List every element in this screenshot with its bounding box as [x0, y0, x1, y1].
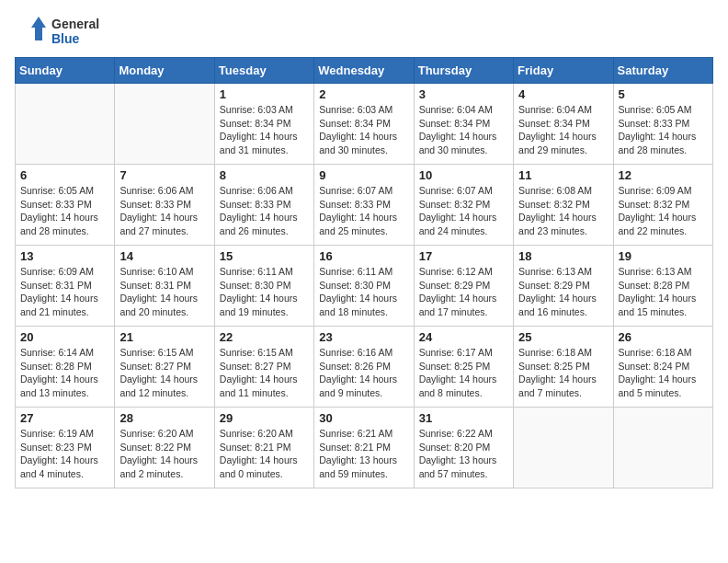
day-number: 15: [220, 249, 309, 263]
day-info: Sunrise: 6:15 AM Sunset: 8:27 PM Dayligh…: [220, 346, 309, 400]
day-info: Sunrise: 6:03 AM Sunset: 8:34 PM Dayligh…: [319, 103, 408, 157]
day-info: Sunrise: 6:11 AM Sunset: 8:30 PM Dayligh…: [220, 265, 309, 319]
day-info: Sunrise: 6:20 AM Sunset: 8:22 PM Dayligh…: [119, 427, 209, 481]
day-number: 24: [419, 330, 508, 344]
logo: General Blue: [15, 15, 99, 48]
day-info: Sunrise: 6:22 AM Sunset: 8:20 PM Dayligh…: [419, 427, 508, 481]
day-info: Sunrise: 6:21 AM Sunset: 8:21 PM Dayligh…: [319, 427, 408, 481]
weekday-header-row: SundayMondayTuesdayWednesdayThursdayFrid…: [16, 58, 713, 84]
day-number: 30: [319, 411, 408, 425]
calendar-week-row: 20Sunrise: 6:14 AM Sunset: 8:28 PM Dayli…: [16, 327, 713, 408]
calendar-cell: 9Sunrise: 6:07 AM Sunset: 8:33 PM Daylig…: [314, 165, 414, 246]
day-number: 22: [220, 330, 309, 344]
calendar-cell: 5Sunrise: 6:05 AM Sunset: 8:33 PM Daylig…: [613, 84, 712, 165]
day-info: Sunrise: 6:09 AM Sunset: 8:32 PM Dayligh…: [619, 184, 708, 238]
day-info: Sunrise: 6:07 AM Sunset: 8:33 PM Dayligh…: [319, 184, 408, 238]
calendar-cell: 16Sunrise: 6:11 AM Sunset: 8:30 PM Dayli…: [314, 246, 414, 327]
calendar-week-row: 13Sunrise: 6:09 AM Sunset: 8:31 PM Dayli…: [16, 246, 713, 327]
weekday-header: Thursday: [414, 58, 513, 84]
calendar-cell: 13Sunrise: 6:09 AM Sunset: 8:31 PM Dayli…: [16, 246, 115, 327]
calendar-cell: 8Sunrise: 6:06 AM Sunset: 8:33 PM Daylig…: [214, 165, 313, 246]
calendar-week-row: 27Sunrise: 6:19 AM Sunset: 8:23 PM Dayli…: [16, 408, 713, 488]
day-number: 4: [518, 87, 608, 101]
day-info: Sunrise: 6:06 AM Sunset: 8:33 PM Dayligh…: [119, 184, 209, 238]
calendar-cell: 14Sunrise: 6:10 AM Sunset: 8:31 PM Dayli…: [115, 246, 214, 327]
day-info: Sunrise: 6:10 AM Sunset: 8:31 PM Dayligh…: [119, 265, 209, 319]
calendar-cell: 4Sunrise: 6:04 AM Sunset: 8:34 PM Daylig…: [514, 84, 613, 165]
calendar-table: SundayMondayTuesdayWednesdayThursdayFrid…: [15, 57, 713, 488]
calendar-cell: 31Sunrise: 6:22 AM Sunset: 8:20 PM Dayli…: [414, 408, 513, 488]
weekday-header: Friday: [514, 58, 613, 84]
day-info: Sunrise: 6:13 AM Sunset: 8:28 PM Dayligh…: [619, 265, 708, 319]
day-info: Sunrise: 6:18 AM Sunset: 8:24 PM Dayligh…: [619, 346, 708, 400]
calendar-cell: 26Sunrise: 6:18 AM Sunset: 8:24 PM Dayli…: [613, 327, 712, 408]
weekday-header: Saturday: [613, 58, 712, 84]
calendar-cell: 12Sunrise: 6:09 AM Sunset: 8:32 PM Dayli…: [613, 165, 712, 246]
day-info: Sunrise: 6:11 AM Sunset: 8:30 PM Dayligh…: [319, 265, 408, 319]
page-header: General Blue: [15, 15, 713, 48]
day-info: Sunrise: 6:17 AM Sunset: 8:25 PM Dayligh…: [419, 346, 508, 400]
calendar-cell: 1Sunrise: 6:03 AM Sunset: 8:34 PM Daylig…: [214, 84, 313, 165]
day-info: Sunrise: 6:04 AM Sunset: 8:34 PM Dayligh…: [518, 103, 608, 157]
day-number: 3: [419, 87, 508, 101]
calendar-cell: 17Sunrise: 6:12 AM Sunset: 8:29 PM Dayli…: [414, 246, 513, 327]
day-number: 11: [518, 168, 608, 182]
day-info: Sunrise: 6:05 AM Sunset: 8:33 PM Dayligh…: [619, 103, 708, 157]
day-number: 16: [319, 249, 408, 263]
day-info: Sunrise: 6:05 AM Sunset: 8:33 PM Dayligh…: [20, 184, 109, 238]
day-number: 7: [119, 168, 209, 182]
calendar-cell: 6Sunrise: 6:05 AM Sunset: 8:33 PM Daylig…: [16, 165, 115, 246]
day-number: 2: [319, 87, 408, 101]
calendar-cell: 18Sunrise: 6:13 AM Sunset: 8:29 PM Dayli…: [514, 246, 613, 327]
day-info: Sunrise: 6:08 AM Sunset: 8:32 PM Dayligh…: [518, 184, 608, 238]
calendar-cell: 25Sunrise: 6:18 AM Sunset: 8:25 PM Dayli…: [514, 327, 613, 408]
calendar-cell: 20Sunrise: 6:14 AM Sunset: 8:28 PM Dayli…: [16, 327, 115, 408]
day-info: Sunrise: 6:18 AM Sunset: 8:25 PM Dayligh…: [518, 346, 608, 400]
calendar-cell: 23Sunrise: 6:16 AM Sunset: 8:26 PM Dayli…: [314, 327, 414, 408]
weekday-header: Tuesday: [214, 58, 313, 84]
calendar-cell: 19Sunrise: 6:13 AM Sunset: 8:28 PM Dayli…: [613, 246, 712, 327]
day-number: 29: [220, 411, 309, 425]
day-info: Sunrise: 6:15 AM Sunset: 8:27 PM Dayligh…: [119, 346, 209, 400]
day-info: Sunrise: 6:19 AM Sunset: 8:23 PM Dayligh…: [20, 427, 109, 481]
calendar-cell: [514, 408, 613, 488]
calendar-cell: [115, 84, 214, 165]
day-info: Sunrise: 6:12 AM Sunset: 8:29 PM Dayligh…: [419, 265, 508, 319]
calendar-cell: 30Sunrise: 6:21 AM Sunset: 8:21 PM Dayli…: [314, 408, 414, 488]
calendar-cell: 2Sunrise: 6:03 AM Sunset: 8:34 PM Daylig…: [314, 84, 414, 165]
day-number: 20: [20, 330, 109, 344]
day-number: 6: [20, 168, 109, 182]
day-number: 21: [119, 330, 209, 344]
day-number: 17: [419, 249, 508, 263]
calendar-cell: 11Sunrise: 6:08 AM Sunset: 8:32 PM Dayli…: [514, 165, 613, 246]
day-number: 25: [518, 330, 608, 344]
calendar-cell: 24Sunrise: 6:17 AM Sunset: 8:25 PM Dayli…: [414, 327, 513, 408]
day-number: 28: [119, 411, 209, 425]
day-number: 23: [319, 330, 408, 344]
day-number: 10: [419, 168, 508, 182]
calendar-week-row: 6Sunrise: 6:05 AM Sunset: 8:33 PM Daylig…: [16, 165, 713, 246]
day-info: Sunrise: 6:13 AM Sunset: 8:29 PM Dayligh…: [518, 265, 608, 319]
svg-marker-0: [31, 17, 46, 40]
weekday-header: Wednesday: [314, 58, 414, 84]
calendar-cell: 21Sunrise: 6:15 AM Sunset: 8:27 PM Dayli…: [115, 327, 214, 408]
day-info: Sunrise: 6:04 AM Sunset: 8:34 PM Dayligh…: [419, 103, 508, 157]
day-number: 31: [419, 411, 508, 425]
weekday-header: Sunday: [16, 58, 115, 84]
day-info: Sunrise: 6:07 AM Sunset: 8:32 PM Dayligh…: [419, 184, 508, 238]
calendar-cell: 15Sunrise: 6:11 AM Sunset: 8:30 PM Dayli…: [214, 246, 313, 327]
calendar-cell: 29Sunrise: 6:20 AM Sunset: 8:21 PM Dayli…: [214, 408, 313, 488]
day-number: 8: [220, 168, 309, 182]
day-number: 26: [619, 330, 708, 344]
calendar-cell: [613, 408, 712, 488]
calendar-cell: [16, 84, 115, 165]
day-number: 1: [220, 87, 309, 101]
day-info: Sunrise: 6:03 AM Sunset: 8:34 PM Dayligh…: [220, 103, 309, 157]
day-info: Sunrise: 6:06 AM Sunset: 8:33 PM Dayligh…: [220, 184, 309, 238]
logo-text: General Blue: [51, 17, 99, 46]
day-info: Sunrise: 6:16 AM Sunset: 8:26 PM Dayligh…: [319, 346, 408, 400]
day-number: 12: [619, 168, 708, 182]
day-number: 9: [319, 168, 408, 182]
day-info: Sunrise: 6:09 AM Sunset: 8:31 PM Dayligh…: [20, 265, 109, 319]
calendar-cell: 22Sunrise: 6:15 AM Sunset: 8:27 PM Dayli…: [214, 327, 313, 408]
